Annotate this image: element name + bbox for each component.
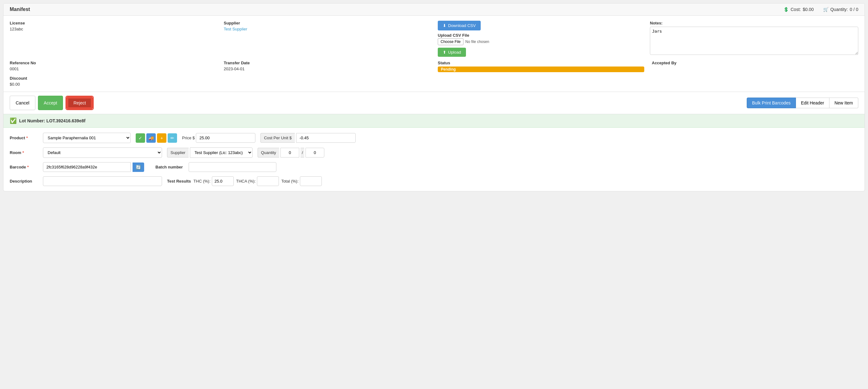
product-edit-button[interactable]: ✏: [168, 133, 177, 143]
supplier-label: Supplier: [224, 21, 430, 25]
reject-highlight: Reject: [65, 96, 94, 110]
room-select[interactable]: Default: [43, 147, 162, 158]
barcode-row: Barcode * 🔄 Batch number: [10, 162, 858, 172]
download-csv-button[interactable]: ⬇ Download CSV: [438, 21, 481, 30]
barcode-label: Barcode *: [10, 165, 38, 169]
no-file-text: No file chosen: [465, 39, 489, 44]
quantity-group-label: Quantity: [257, 148, 279, 158]
header-right: 💲 Cost: $0.00 🛒 Quantity: 0 / 0: [783, 7, 858, 12]
thc-input[interactable]: [212, 176, 234, 186]
thca-group: THCA (%):: [236, 176, 279, 186]
action-bar-left: Cancel Accept Reject: [10, 96, 94, 110]
product-select[interactable]: Sample Paraphernalia 001: [43, 133, 131, 143]
lot-check-icon: ✅: [10, 117, 17, 124]
upload-csv-block: Upload CSV File Choose File No file chos…: [438, 33, 646, 45]
total-group: Total (%):: [281, 176, 322, 186]
download-icon: ⬇: [443, 23, 446, 28]
supplier-select[interactable]: Test Supplier (Lic: 123abc): [190, 147, 253, 158]
quantity-input1[interactable]: [280, 148, 299, 158]
cancel-button[interactable]: Cancel: [10, 96, 35, 110]
barcode-refresh-button[interactable]: 🔄: [132, 163, 144, 172]
upload-csv-label: Upload CSV File: [438, 33, 646, 38]
license-block: License 123abc: [10, 21, 216, 57]
room-required: *: [22, 150, 24, 155]
bulk-print-button[interactable]: Bulk Print Barcodes: [747, 98, 796, 108]
info-section: License 123abc Supplier Test Supplier ⬇ …: [3, 16, 865, 92]
quantity-group: Quantity /: [257, 148, 324, 158]
supplier-block: Supplier Test Supplier: [224, 21, 430, 57]
transfer-date-value: 2023-04-01: [224, 66, 430, 71]
price-label: Price $: [182, 136, 195, 140]
cart-icon: 🛒: [823, 7, 829, 12]
reference-label: Reference No: [10, 60, 216, 65]
cost-per-unit-label: Cost Per Unit $: [260, 133, 294, 143]
csv-col: ⬇ Download CSV Upload CSV File Choose Fi…: [438, 21, 646, 57]
test-results-group: Test Results THC (%): THCA (%): Total (%…: [167, 176, 322, 186]
header-cost: 💲 Cost: $0.00: [783, 7, 814, 12]
notes-textarea[interactable]: Jars: [650, 27, 858, 55]
upload-icon: ⬆: [443, 50, 446, 55]
supplier-group-label: Supplier: [167, 148, 189, 158]
quantity-separator: /: [301, 148, 304, 158]
license-value: 123abc: [10, 27, 216, 31]
notes-label: Notes:: [650, 21, 858, 25]
thc-label: THC (%):: [193, 179, 210, 184]
status-badge: Pending: [438, 66, 644, 72]
product-icons: ✓ 🚚 + ✏: [136, 133, 177, 143]
upload-button[interactable]: ⬆ Upload: [438, 48, 466, 57]
accept-button[interactable]: Accept: [38, 96, 63, 110]
quantity-label: Quantity:: [830, 7, 848, 12]
license-label: License: [10, 21, 216, 25]
supplier-group: Supplier Test Supplier (Lic: 123abc): [167, 147, 253, 158]
thca-label: THCA (%):: [236, 179, 256, 184]
lot-header: ✅ Lot Number: LOT.392416.639e8f: [3, 114, 865, 128]
status-label: Status: [438, 60, 644, 65]
room-row: Room * Default Supplier Test Supplier (L…: [10, 147, 858, 158]
reference-value: 0001: [10, 66, 216, 71]
barcode-input-group: 🔄: [43, 162, 144, 172]
product-row: Product * Sample Paraphernalia 001 ✓ 🚚 +…: [10, 133, 858, 143]
cost-per-unit-input[interactable]: [296, 133, 356, 143]
description-input[interactable]: [43, 176, 162, 186]
action-bar-right: Bulk Print Barcodes Edit Header New Item: [747, 98, 858, 108]
transfer-date-block: Transfer Date 2023-04-01: [224, 60, 430, 72]
barcode-required: *: [27, 165, 29, 169]
file-input-row: Choose File No file chosen: [438, 38, 646, 45]
product-check-button[interactable]: ✓: [136, 133, 145, 143]
price-input[interactable]: [196, 133, 255, 143]
price-group: Price $: [182, 133, 255, 143]
product-add-button[interactable]: +: [157, 133, 166, 143]
reference-block: Reference No 0001: [10, 60, 216, 72]
new-item-button[interactable]: New Item: [830, 98, 858, 108]
product-truck-button[interactable]: 🚚: [146, 133, 156, 143]
cost-value: $0.00: [803, 7, 814, 12]
item-form: Product * Sample Paraphernalia 001 ✓ 🚚 +…: [3, 128, 865, 191]
notes-col: Notes: Jars: [650, 21, 858, 57]
reject-button[interactable]: Reject: [67, 98, 92, 108]
test-results-label: Test Results: [167, 179, 191, 184]
lot-number: Lot Number: LOT.392416.639e8f: [19, 118, 86, 123]
page-title: Manifest: [10, 7, 30, 12]
header-quantity: 🛒 Quantity: 0 / 0: [823, 7, 858, 12]
status-block: Status Pending: [438, 60, 644, 72]
thca-input[interactable]: [257, 176, 279, 186]
discount-block: Discount $0.00: [10, 76, 216, 87]
accepted-by-block: Accepted By: [652, 60, 858, 72]
supplier-value[interactable]: Test Supplier: [224, 27, 430, 31]
choose-file-button[interactable]: Choose File: [438, 38, 463, 45]
barcode-input[interactable]: [43, 162, 131, 172]
discount-value: $0.00: [10, 82, 216, 87]
cost-per-unit-group: Cost Per Unit $: [260, 133, 355, 143]
product-required: *: [26, 136, 28, 140]
batch-input[interactable]: [189, 162, 276, 172]
quantity-input2[interactable]: [306, 148, 324, 158]
cost-label: Cost:: [790, 7, 801, 12]
csv-notes-col: ⬇ Download CSV Upload CSV File Choose Fi…: [438, 21, 858, 57]
edit-header-button[interactable]: Edit Header: [796, 98, 830, 108]
quantity-value: 0 / 0: [850, 7, 858, 12]
action-bar: Cancel Accept Reject Bulk Print Barcodes…: [3, 92, 865, 114]
transfer-date-label: Transfer Date: [224, 60, 430, 65]
total-input[interactable]: [300, 176, 322, 186]
total-label: Total (%):: [281, 179, 299, 184]
cost-icon: 💲: [783, 7, 789, 12]
